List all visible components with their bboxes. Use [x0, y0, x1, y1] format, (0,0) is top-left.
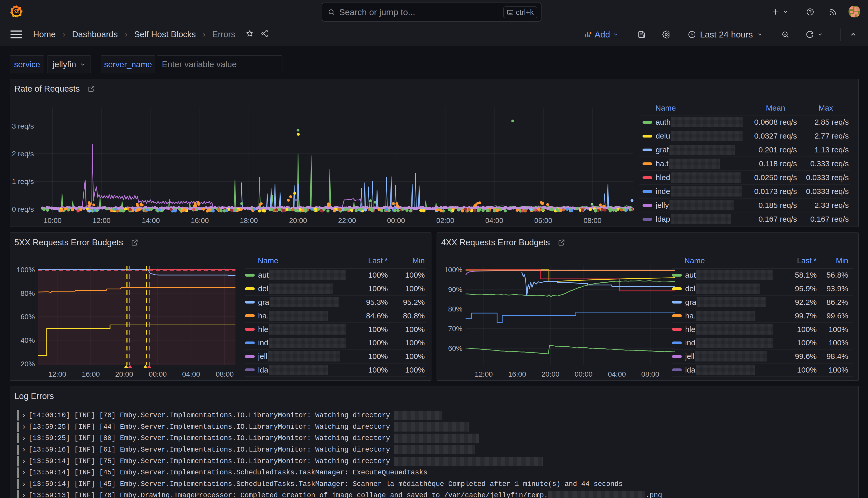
- svg-text:40%: 40%: [21, 336, 35, 344]
- svg-text:20:00: 20:00: [115, 370, 133, 378]
- svg-text:16:00: 16:00: [191, 217, 209, 224]
- svg-text:08:00: 08:00: [641, 370, 659, 378]
- svg-text:06:00: 06:00: [534, 217, 552, 224]
- svg-text:100%: 100%: [16, 266, 35, 274]
- svg-text:08:00: 08:00: [216, 370, 234, 378]
- svg-text:04:00: 04:00: [485, 217, 503, 224]
- svg-text:60%: 60%: [448, 344, 463, 352]
- svg-text:04:00: 04:00: [608, 370, 626, 378]
- svg-text:12:00: 12:00: [93, 217, 110, 224]
- svg-text:02:00: 02:00: [436, 217, 454, 224]
- svg-text:0 req/s: 0 req/s: [12, 205, 34, 213]
- svg-text:80%: 80%: [21, 289, 35, 297]
- svg-text:00:00: 00:00: [575, 370, 592, 378]
- svg-text:04:00: 04:00: [182, 370, 200, 378]
- svg-text:20:00: 20:00: [289, 217, 307, 224]
- svg-text:08:00: 08:00: [584, 217, 601, 224]
- svg-text:3 req/s: 3 req/s: [12, 122, 34, 130]
- svg-text:22:00: 22:00: [338, 217, 356, 224]
- svg-text:20:00: 20:00: [542, 370, 559, 378]
- svg-text:1 req/s: 1 req/s: [12, 178, 34, 185]
- svg-text:100%: 100%: [444, 266, 463, 274]
- svg-text:80%: 80%: [448, 305, 463, 313]
- svg-text:18:00: 18:00: [240, 217, 258, 224]
- svg-text:60%: 60%: [21, 313, 35, 321]
- svg-text:00:00: 00:00: [149, 370, 167, 378]
- svg-text:2 req/s: 2 req/s: [12, 150, 34, 158]
- svg-text:12:00: 12:00: [475, 370, 493, 378]
- svg-text:90%: 90%: [448, 286, 463, 293]
- svg-text:70%: 70%: [448, 325, 463, 333]
- svg-text:12:00: 12:00: [48, 370, 66, 378]
- svg-text:20%: 20%: [21, 360, 35, 368]
- svg-text:16:00: 16:00: [82, 370, 100, 378]
- svg-text:10:00: 10:00: [44, 217, 62, 224]
- svg-text:14:00: 14:00: [142, 217, 160, 224]
- svg-text:00:00: 00:00: [387, 217, 405, 224]
- svg-text:16:00: 16:00: [508, 370, 526, 378]
